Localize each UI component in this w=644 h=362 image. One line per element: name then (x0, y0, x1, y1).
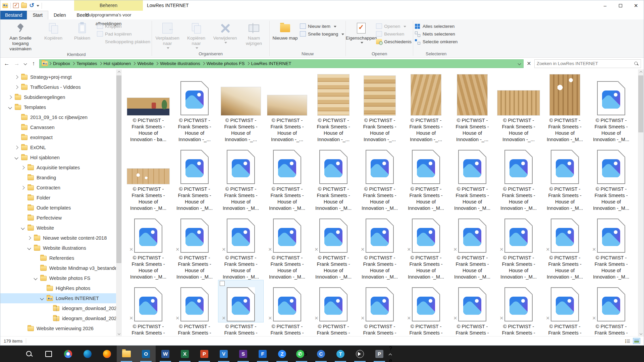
kopi-ren-naar-button[interactable]: Kopiëren naar (182, 20, 210, 50)
file-item[interactable]: ×© PICTWIST -Frank Smeets -House ofInnov… (449, 212, 495, 280)
naam-wijzigen-button[interactable]: Naam wijzigen (240, 20, 268, 50)
thumbnail-view-button[interactable] (633, 338, 640, 344)
recent-locations-caret[interactable] (22, 59, 28, 68)
file-item[interactable]: ×© PICTWIST -Frank Smeets -House ofInnov… (542, 212, 588, 280)
file-item[interactable]: ×© PICTWIST -Frank Smeets -House ofInnov… (218, 280, 264, 336)
geschiedenis-button[interactable]: Geschiedenis (376, 39, 412, 44)
file-item[interactable]: © PICTWIST -Frank Smeets -House ofInnova… (495, 143, 542, 212)
chevron-collapsed-icon[interactable] (21, 166, 24, 169)
taskbar-start-icon[interactable] (0, 346, 19, 362)
chevron-collapsed-icon[interactable] (8, 95, 12, 99)
sidebar-item-trafficgenius-viddeos[interactable]: TrafficGenius - Viddeos (0, 82, 116, 92)
scrollbar-thumb[interactable] (638, 75, 643, 132)
breadcrumb-segment[interactable]: Hol sjablonen (102, 61, 133, 66)
niets-selecteren-button[interactable]: Niets selecteren (415, 31, 458, 37)
taskbar-firefox-icon[interactable] (97, 346, 117, 362)
file-item[interactable]: ×© PICTWIST -Frank Smeets -House ofInnov… (588, 212, 634, 280)
file-item[interactable]: © PICTWIST -Frank Smeets -House ofInnova… (310, 74, 357, 143)
chevron-collapsed-icon[interactable] (14, 75, 18, 79)
maximize-button[interactable] (613, 0, 628, 11)
file-item[interactable]: © PICTWIST -Frank Smeets -House ofInnova… (171, 74, 218, 143)
taskbar-excel-icon[interactable]: X (175, 346, 195, 362)
nieuwe-map-button[interactable]: Nieuwe map (271, 20, 299, 50)
pad-kopi-ren-button[interactable]: Pad kopiëren (97, 31, 150, 37)
breadcrumb-segment[interactable]: Website (135, 61, 156, 66)
sidebar-item-exoimpact[interactable]: exoImpact (0, 132, 116, 142)
file-item[interactable]: © PICTWIST -Frank Smeets -House ofInnova… (218, 143, 264, 212)
file-item[interactable]: © PICTWIST -Frank Smeets -House ofInnova… (171, 143, 218, 212)
file-item[interactable]: ×© PICTWIST -Frank Smeets -House ofInnov… (125, 280, 171, 336)
taskbar-outlook-icon[interactable]: O (136, 346, 156, 362)
snelkoppeling-plakken-button[interactable]: Snelkoppeling plakken (97, 39, 150, 44)
kopi-ren-button[interactable]: Kopiëren (39, 20, 67, 50)
breadcrumb-segment[interactable]: Website illustrations (158, 61, 202, 66)
sidebar-item-website[interactable]: Website (0, 223, 116, 233)
file-item[interactable]: ×© PICTWIST -Frank Smeets -House ofInnov… (264, 280, 310, 336)
taskbar-search-icon[interactable] (19, 346, 39, 362)
back-button[interactable]: ← (2, 59, 11, 68)
file-item[interactable]: © PICTWIST -Frank Smeets -House ofInnova… (125, 143, 171, 212)
chevron-expanded-icon[interactable] (21, 226, 24, 230)
scroll-down-arrow[interactable] (638, 330, 644, 336)
sidebar-item-website-illustrations[interactable]: Website illustrations (0, 243, 116, 253)
selection-checkbox[interactable] (220, 281, 225, 286)
file-item[interactable]: ×© PICTWIST -Frank Smeets -House ofInnov… (310, 212, 357, 280)
alles-selecteren-button[interactable]: Alles selecteren (415, 23, 458, 29)
file-item[interactable]: ×© PICTWIST -Frank Smeets -House ofInnov… (125, 212, 171, 280)
sidebar-item-subsidieregelingen[interactable]: Subsidieregelingen (0, 92, 116, 102)
properties-check-icon[interactable] (13, 3, 19, 8)
sidebar-item-nieuwe-website-content-2018[interactable]: Nieuwe website content-2018 (0, 233, 116, 243)
taskbar-word-icon[interactable]: W (156, 346, 175, 362)
sidebar-item-exonl[interactable]: ExONL (0, 142, 116, 153)
taskbar-edge-icon[interactable] (78, 346, 97, 362)
taskbar-chrome-icon[interactable] (58, 346, 78, 362)
taskbar-photos-icon[interactable]: P (370, 346, 389, 362)
file-item[interactable]: ×© PICTWIST -Frank Smeets -House ofInnov… (403, 280, 449, 336)
sidebar-item-lowres-internet[interactable]: LowRes INTERNET (0, 293, 116, 303)
sidebar-item-ideogram-download-2025-09-1[interactable]: ideogram_download_2025-09-1 (0, 313, 116, 323)
file-item[interactable]: ×© PICTWIST -Frank Smeets -House ofInnov… (218, 212, 264, 280)
folder-icon[interactable] (21, 3, 27, 8)
file-item[interactable]: ×© PICTWIST -Frank Smeets -House ofInnov… (357, 280, 403, 336)
file-item[interactable]: ×© PICTWIST -Frank Smeets -House ofInnov… (495, 212, 542, 280)
file-item[interactable]: ×© PICTWIST -Frank Smeets -House ofInnov… (310, 280, 357, 336)
taskbar-media-player-icon[interactable] (350, 346, 370, 362)
file-item[interactable]: © PICTWIST -Frank Smeets -House ofInnova… (542, 143, 588, 212)
nieuw-item-button[interactable]: Nieuw item (300, 23, 344, 29)
sidebar-item-2013-09-16-cc-rijbewijzen[interactable]: 2013_09_16 cc rijbewijzen (0, 112, 116, 122)
aan-snelle-toegang-vastmaken-button[interactable]: Aan Snelle toegang vastmaken (2, 20, 39, 52)
customize-qat-caret[interactable] (37, 5, 39, 8)
file-item[interactable]: © PICTWIST -Frank Smeets -House ofInnova… (449, 143, 495, 212)
bewerken-button[interactable]: Bewerken (376, 31, 412, 37)
sidebar-item-website-mindmap-v3-bestanden[interactable]: Website Mindmap v3_bestanden (0, 263, 116, 273)
chevron-expanded-icon[interactable] (8, 105, 12, 109)
sidebar-item-referenties[interactable]: Referenties (0, 253, 116, 263)
chevron-collapsed-icon[interactable] (14, 145, 18, 149)
forward-button[interactable]: → (12, 59, 21, 68)
file-item[interactable]: © PICTWIST -Frank Smeets -House ofInnova… (310, 143, 357, 212)
sidebar-item-highres-photos[interactable]: HighRes photos (0, 283, 116, 293)
file-item[interactable]: © PICTWIST -Frank Smeets -House ofInnova… (403, 143, 449, 212)
sidebar-item-ideogram-download-2025-09-0[interactable]: ideogram_download_2025-09-0 (0, 303, 116, 313)
sidebar-item-perfectview[interactable]: Perfectview (0, 213, 116, 223)
file-item[interactable]: © PICTWIST -Frank Smeets -House ofInnova… (542, 74, 588, 143)
sidebar-item-branding[interactable]: Branding (0, 173, 116, 183)
taskbar-f-app-icon[interactable]: F (253, 346, 272, 362)
file-item[interactable]: ×© PICTWIST -Frank Smeets -House ofInnov… (357, 212, 403, 280)
sidebar-item-oude-templates[interactable]: Oude templates (0, 203, 116, 213)
taskbar-powerpoint-icon[interactable]: P (195, 346, 214, 362)
scrollbar-thumb[interactable] (116, 75, 121, 263)
sidebar-item-hol-sjablonen[interactable]: Hol sjablonen (0, 153, 116, 163)
file-item[interactable]: © PICTWIST -Frank Smeets -House ofInnova… (264, 143, 310, 212)
chevron-expanded-icon[interactable] (34, 276, 37, 280)
taskbar-vscode-icon[interactable]: V (214, 346, 233, 362)
file-item[interactable]: ×© PICTWIST -Frank Smeets -House ofInnov… (542, 280, 588, 336)
file-item[interactable]: ×© PICTWIST -Frank Smeets -House ofInnov… (264, 212, 310, 280)
file-item[interactable]: © PICTWIST -Frank Smeets -House ofInnova… (125, 74, 171, 143)
file-item[interactable]: ×© PICTWIST -Frank Smeets -House ofInnov… (171, 212, 218, 280)
sidebar-item-acquisitie-templates[interactable]: Acquisitie templates (0, 163, 116, 173)
verwijderen-button[interactable]: Verwijderen (211, 20, 239, 50)
eset-icon[interactable]: e (389, 358, 411, 362)
file-item[interactable]: © PICTWIST -Frank Smeets -House ofInnova… (357, 74, 403, 143)
file-item[interactable]: © PICTWIST -Frank Smeets -House ofInnova… (264, 74, 310, 143)
